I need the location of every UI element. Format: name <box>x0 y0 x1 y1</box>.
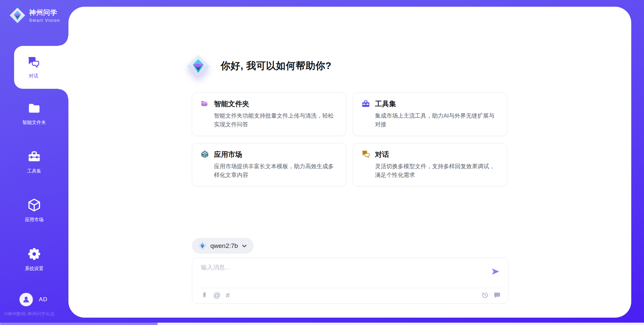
brand-logo-icon <box>9 7 25 23</box>
input-tools-left: @ # <box>201 291 230 299</box>
sidebar-item-label: 智能文件夹 <box>22 120 46 126</box>
cube-icon <box>27 198 42 213</box>
model-name: qwen2:7b <box>210 242 238 250</box>
toolbox-icon <box>27 150 41 165</box>
sidebar-item-label: 系统设置 <box>25 266 44 272</box>
sidebar-item-label: 工具集 <box>27 168 41 174</box>
feature-card-toolset[interactable]: 工具集 集成市场上主流工具，助力AI与外界无缝扩展与对接 <box>353 92 507 136</box>
history-icon[interactable] <box>481 291 489 299</box>
folder-open-icon <box>200 100 209 109</box>
chat-icon <box>27 56 40 70</box>
sidebar-item-chat[interactable]: 对话 <box>14 46 68 89</box>
input-tools-right <box>481 291 501 299</box>
chat-bubbles-icon <box>361 150 370 159</box>
assistant-logo-icon <box>186 54 210 78</box>
sidebar-item-app-market[interactable]: 应用市场 <box>0 193 68 227</box>
hash-icon[interactable]: # <box>226 291 230 299</box>
copyright-text: ©神州数码·神州问学出品 <box>4 311 73 317</box>
gear-icon <box>27 247 42 262</box>
input-divider <box>198 288 502 288</box>
model-selector[interactable]: qwen2:7b <box>192 238 254 254</box>
message-input-container: @ # <box>192 258 508 304</box>
sidebar-item-toolset[interactable]: 工具集 <box>0 144 68 179</box>
card-description: 灵活切换多模型文件，支持多样回复效果调试，满足个性化需求 <box>375 162 499 180</box>
card-description: 应用市场提供丰富长文本模板，助力高效生成多样化文章内容 <box>214 162 338 180</box>
sidebar: 神州问学 Smart Vision 对话 智能文件夹 <box>0 0 68 325</box>
sidebar-item-label: 对话 <box>29 73 38 79</box>
brand: 神州问学 Smart Vision <box>9 7 60 23</box>
main-panel: 你好, 我可以如何帮助你? 智能文件夹 智能文件夹功能支持批量文件上传与清洗，轻… <box>68 7 631 318</box>
feature-card-smart-folder[interactable]: 智能文件夹 智能文件夹功能支持批量文件上传与清洗，轻松实现文件问答 <box>192 92 346 136</box>
card-title: 工具集 <box>375 99 396 109</box>
card-description: 集成市场上主流工具，助力AI与外界无缝扩展与对接 <box>375 112 499 129</box>
user-profile[interactable]: AD <box>19 293 48 306</box>
card-title: 智能文件夹 <box>214 99 249 109</box>
card-description: 智能文件夹功能支持批量文件上传与清洗，轻松实现文件问答 <box>214 112 338 129</box>
feature-card-chat[interactable]: 对话 灵活切换多模型文件，支持多样回复效果调试，满足个性化需求 <box>353 143 507 187</box>
send-button[interactable] <box>491 267 500 276</box>
paperclip-icon[interactable] <box>201 291 208 299</box>
greeting: 你好, 我可以如何帮助你? <box>186 54 331 78</box>
message-input[interactable] <box>201 263 489 282</box>
feature-card-app-market[interactable]: 应用市场 应用市场提供丰富长文本模板，助力高效生成多样化文章内容 <box>192 143 346 187</box>
sidebar-item-settings[interactable]: 系统设置 <box>0 242 68 276</box>
sidebar-item-smart-folder[interactable]: 智能文件夹 <box>0 96 68 131</box>
at-icon[interactable]: @ <box>213 291 220 299</box>
card-title: 应用市场 <box>214 150 242 159</box>
folder-icon <box>27 101 41 116</box>
feature-cards: 智能文件夹 智能文件夹功能支持批量文件上传与清洗，轻松实现文件问答 工具集 集成… <box>192 92 507 186</box>
card-title: 对话 <box>375 150 389 159</box>
active-tab-curve-top <box>58 36 68 46</box>
cube-grid-icon <box>200 150 209 159</box>
chevron-down-icon <box>241 242 248 249</box>
brand-subtitle: Smart Vision <box>29 18 60 23</box>
toolbox-icon <box>361 100 370 109</box>
horizontal-scrollbar[interactable] <box>0 323 644 325</box>
user-initials: AD <box>39 296 48 303</box>
brand-name: 神州问学 <box>29 8 60 17</box>
message-icon[interactable] <box>493 291 501 299</box>
scrollbar-thumb[interactable] <box>0 323 158 325</box>
model-logo-icon <box>198 241 207 250</box>
greeting-title: 你好, 我可以如何帮助你? <box>221 59 331 73</box>
sidebar-item-label: 应用市场 <box>25 217 44 223</box>
avatar <box>19 293 33 306</box>
